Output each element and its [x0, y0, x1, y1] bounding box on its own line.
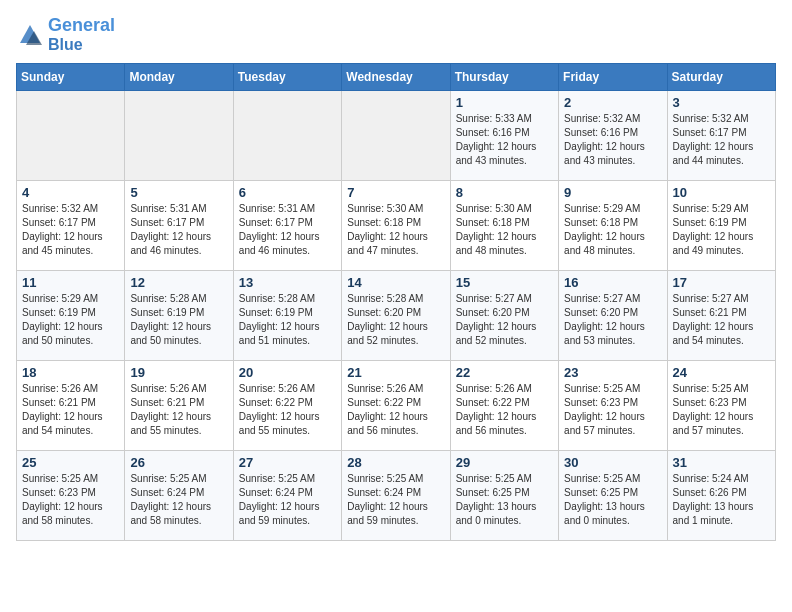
day-info: Sunrise: 5:26 AM Sunset: 6:22 PM Dayligh… — [239, 382, 336, 438]
calendar-cell: 2Sunrise: 5:32 AM Sunset: 6:16 PM Daylig… — [559, 91, 667, 181]
calendar-cell — [17, 91, 125, 181]
calendar-cell — [125, 91, 233, 181]
calendar-cell: 21Sunrise: 5:26 AM Sunset: 6:22 PM Dayli… — [342, 361, 450, 451]
logo: General Blue — [16, 16, 115, 53]
day-number: 12 — [130, 275, 227, 290]
day-number: 19 — [130, 365, 227, 380]
calendar-body: 1Sunrise: 5:33 AM Sunset: 6:16 PM Daylig… — [17, 91, 776, 541]
day-info: Sunrise: 5:29 AM Sunset: 6:19 PM Dayligh… — [22, 292, 119, 348]
calendar-cell: 1Sunrise: 5:33 AM Sunset: 6:16 PM Daylig… — [450, 91, 558, 181]
day-info: Sunrise: 5:27 AM Sunset: 6:20 PM Dayligh… — [456, 292, 553, 348]
calendar-cell: 3Sunrise: 5:32 AM Sunset: 6:17 PM Daylig… — [667, 91, 775, 181]
calendar-cell: 22Sunrise: 5:26 AM Sunset: 6:22 PM Dayli… — [450, 361, 558, 451]
weekday-header-row: SundayMondayTuesdayWednesdayThursdayFrid… — [17, 64, 776, 91]
day-number: 28 — [347, 455, 444, 470]
day-info: Sunrise: 5:26 AM Sunset: 6:21 PM Dayligh… — [22, 382, 119, 438]
day-number: 16 — [564, 275, 661, 290]
day-info: Sunrise: 5:25 AM Sunset: 6:25 PM Dayligh… — [456, 472, 553, 528]
day-info: Sunrise: 5:31 AM Sunset: 6:17 PM Dayligh… — [130, 202, 227, 258]
day-number: 14 — [347, 275, 444, 290]
calendar-cell: 8Sunrise: 5:30 AM Sunset: 6:18 PM Daylig… — [450, 181, 558, 271]
calendar-cell: 28Sunrise: 5:25 AM Sunset: 6:24 PM Dayli… — [342, 451, 450, 541]
day-number: 13 — [239, 275, 336, 290]
day-info: Sunrise: 5:27 AM Sunset: 6:21 PM Dayligh… — [673, 292, 770, 348]
week-row-0: 1Sunrise: 5:33 AM Sunset: 6:16 PM Daylig… — [17, 91, 776, 181]
calendar-cell: 17Sunrise: 5:27 AM Sunset: 6:21 PM Dayli… — [667, 271, 775, 361]
day-number: 17 — [673, 275, 770, 290]
day-info: Sunrise: 5:28 AM Sunset: 6:20 PM Dayligh… — [347, 292, 444, 348]
day-info: Sunrise: 5:29 AM Sunset: 6:19 PM Dayligh… — [673, 202, 770, 258]
day-number: 5 — [130, 185, 227, 200]
day-number: 1 — [456, 95, 553, 110]
calendar-cell: 11Sunrise: 5:29 AM Sunset: 6:19 PM Dayli… — [17, 271, 125, 361]
week-row-2: 11Sunrise: 5:29 AM Sunset: 6:19 PM Dayli… — [17, 271, 776, 361]
day-number: 15 — [456, 275, 553, 290]
day-number: 25 — [22, 455, 119, 470]
calendar-cell: 26Sunrise: 5:25 AM Sunset: 6:24 PM Dayli… — [125, 451, 233, 541]
day-info: Sunrise: 5:25 AM Sunset: 6:24 PM Dayligh… — [347, 472, 444, 528]
day-number: 6 — [239, 185, 336, 200]
week-row-3: 18Sunrise: 5:26 AM Sunset: 6:21 PM Dayli… — [17, 361, 776, 451]
day-info: Sunrise: 5:32 AM Sunset: 6:16 PM Dayligh… — [564, 112, 661, 168]
calendar-cell: 16Sunrise: 5:27 AM Sunset: 6:20 PM Dayli… — [559, 271, 667, 361]
calendar-cell: 31Sunrise: 5:24 AM Sunset: 6:26 PM Dayli… — [667, 451, 775, 541]
calendar-cell: 24Sunrise: 5:25 AM Sunset: 6:23 PM Dayli… — [667, 361, 775, 451]
day-number: 9 — [564, 185, 661, 200]
day-number: 26 — [130, 455, 227, 470]
weekday-wednesday: Wednesday — [342, 64, 450, 91]
calendar-cell: 15Sunrise: 5:27 AM Sunset: 6:20 PM Dayli… — [450, 271, 558, 361]
weekday-monday: Monday — [125, 64, 233, 91]
day-info: Sunrise: 5:28 AM Sunset: 6:19 PM Dayligh… — [130, 292, 227, 348]
day-number: 3 — [673, 95, 770, 110]
calendar-cell: 5Sunrise: 5:31 AM Sunset: 6:17 PM Daylig… — [125, 181, 233, 271]
day-info: Sunrise: 5:26 AM Sunset: 6:22 PM Dayligh… — [347, 382, 444, 438]
day-number: 24 — [673, 365, 770, 380]
logo-icon — [16, 21, 44, 49]
day-number: 7 — [347, 185, 444, 200]
day-info: Sunrise: 5:32 AM Sunset: 6:17 PM Dayligh… — [673, 112, 770, 168]
day-info: Sunrise: 5:30 AM Sunset: 6:18 PM Dayligh… — [456, 202, 553, 258]
weekday-sunday: Sunday — [17, 64, 125, 91]
day-number: 31 — [673, 455, 770, 470]
day-number: 2 — [564, 95, 661, 110]
calendar-cell — [233, 91, 341, 181]
calendar-cell: 4Sunrise: 5:32 AM Sunset: 6:17 PM Daylig… — [17, 181, 125, 271]
calendar-header: SundayMondayTuesdayWednesdayThursdayFrid… — [17, 64, 776, 91]
day-number: 20 — [239, 365, 336, 380]
calendar-cell: 20Sunrise: 5:26 AM Sunset: 6:22 PM Dayli… — [233, 361, 341, 451]
calendar-cell: 19Sunrise: 5:26 AM Sunset: 6:21 PM Dayli… — [125, 361, 233, 451]
calendar-cell: 6Sunrise: 5:31 AM Sunset: 6:17 PM Daylig… — [233, 181, 341, 271]
weekday-friday: Friday — [559, 64, 667, 91]
day-info: Sunrise: 5:30 AM Sunset: 6:18 PM Dayligh… — [347, 202, 444, 258]
calendar-cell: 18Sunrise: 5:26 AM Sunset: 6:21 PM Dayli… — [17, 361, 125, 451]
day-number: 21 — [347, 365, 444, 380]
calendar-cell — [342, 91, 450, 181]
calendar-cell: 29Sunrise: 5:25 AM Sunset: 6:25 PM Dayli… — [450, 451, 558, 541]
day-info: Sunrise: 5:33 AM Sunset: 6:16 PM Dayligh… — [456, 112, 553, 168]
day-info: Sunrise: 5:26 AM Sunset: 6:21 PM Dayligh… — [130, 382, 227, 438]
day-number: 22 — [456, 365, 553, 380]
weekday-saturday: Saturday — [667, 64, 775, 91]
calendar-cell: 7Sunrise: 5:30 AM Sunset: 6:18 PM Daylig… — [342, 181, 450, 271]
day-number: 30 — [564, 455, 661, 470]
weekday-thursday: Thursday — [450, 64, 558, 91]
week-row-1: 4Sunrise: 5:32 AM Sunset: 6:17 PM Daylig… — [17, 181, 776, 271]
calendar-cell: 10Sunrise: 5:29 AM Sunset: 6:19 PM Dayli… — [667, 181, 775, 271]
day-info: Sunrise: 5:25 AM Sunset: 6:23 PM Dayligh… — [673, 382, 770, 438]
day-info: Sunrise: 5:28 AM Sunset: 6:19 PM Dayligh… — [239, 292, 336, 348]
day-number: 8 — [456, 185, 553, 200]
day-info: Sunrise: 5:25 AM Sunset: 6:24 PM Dayligh… — [130, 472, 227, 528]
day-info: Sunrise: 5:29 AM Sunset: 6:18 PM Dayligh… — [564, 202, 661, 258]
day-info: Sunrise: 5:25 AM Sunset: 6:23 PM Dayligh… — [22, 472, 119, 528]
day-number: 18 — [22, 365, 119, 380]
day-info: Sunrise: 5:32 AM Sunset: 6:17 PM Dayligh… — [22, 202, 119, 258]
day-number: 23 — [564, 365, 661, 380]
calendar-table: SundayMondayTuesdayWednesdayThursdayFrid… — [16, 63, 776, 541]
day-info: Sunrise: 5:26 AM Sunset: 6:22 PM Dayligh… — [456, 382, 553, 438]
day-info: Sunrise: 5:25 AM Sunset: 6:25 PM Dayligh… — [564, 472, 661, 528]
calendar-cell: 14Sunrise: 5:28 AM Sunset: 6:20 PM Dayli… — [342, 271, 450, 361]
calendar-cell: 9Sunrise: 5:29 AM Sunset: 6:18 PM Daylig… — [559, 181, 667, 271]
day-info: Sunrise: 5:25 AM Sunset: 6:24 PM Dayligh… — [239, 472, 336, 528]
calendar-cell: 27Sunrise: 5:25 AM Sunset: 6:24 PM Dayli… — [233, 451, 341, 541]
calendar-cell: 23Sunrise: 5:25 AM Sunset: 6:23 PM Dayli… — [559, 361, 667, 451]
